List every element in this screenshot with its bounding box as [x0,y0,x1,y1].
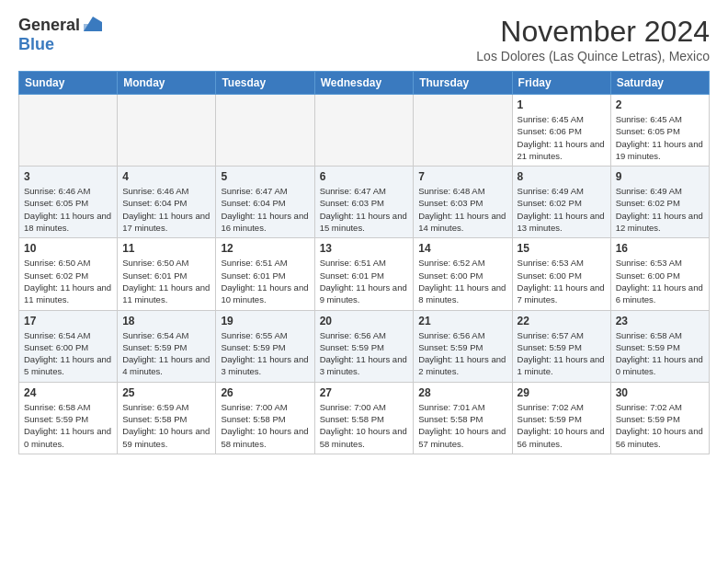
day-info: Sunrise: 6:52 AM Sunset: 6:00 PM Dayligh… [418,257,506,305]
calendar-day-cell: 7Sunrise: 6:48 AM Sunset: 6:03 PM Daylig… [414,167,512,238]
calendar-day-cell: 17Sunrise: 6:54 AM Sunset: 6:00 PM Dayli… [19,310,118,382]
day-info: Sunrise: 7:00 AM Sunset: 5:58 PM Dayligh… [320,401,409,450]
day-number: 21 [418,315,506,327]
day-info: Sunrise: 6:51 AM Sunset: 6:01 PM Dayligh… [320,257,409,305]
calendar-day-cell: 14Sunrise: 6:52 AM Sunset: 6:00 PM Dayli… [414,238,512,310]
calendar-day-cell: 10Sunrise: 6:50 AM Sunset: 6:02 PM Dayli… [19,238,118,310]
day-number: 10 [24,242,112,255]
title-section: November 2024 Los Dolores (Las Quince Le… [476,15,710,63]
day-number: 13 [320,242,409,255]
day-number: 12 [221,242,309,255]
calendar-day-cell: 24Sunrise: 6:58 AM Sunset: 5:59 PM Dayli… [19,382,118,454]
day-number: 16 [616,242,704,255]
calendar-day-header: Sunday [19,72,118,95]
day-number: 11 [122,242,210,255]
calendar-day-cell: 25Sunrise: 6:59 AM Sunset: 5:58 PM Dayli… [118,382,216,454]
day-info: Sunrise: 6:47 AM Sunset: 6:03 PM Dayligh… [320,185,409,234]
day-number: 9 [616,170,704,183]
calendar-day-cell [118,95,216,167]
calendar-week-row: 17Sunrise: 6:54 AM Sunset: 6:00 PM Dayli… [19,310,710,382]
calendar-day-cell: 12Sunrise: 6:51 AM Sunset: 6:01 PM Dayli… [216,238,314,310]
day-info: Sunrise: 6:57 AM Sunset: 5:59 PM Dayligh… [518,329,606,378]
day-info: Sunrise: 7:02 AM Sunset: 5:59 PM Dayligh… [518,401,606,450]
logo-blue-text: Blue [18,35,54,54]
calendar-day-cell: 18Sunrise: 6:54 AM Sunset: 5:59 PM Dayli… [118,310,216,382]
day-number: 3 [24,170,112,183]
day-number: 24 [24,386,112,399]
day-number: 28 [418,386,506,399]
day-number: 18 [122,315,210,327]
calendar-week-row: 3Sunrise: 6:46 AM Sunset: 6:05 PM Daylig… [19,167,710,238]
day-info: Sunrise: 6:47 AM Sunset: 6:04 PM Dayligh… [221,185,309,234]
calendar-day-cell: 16Sunrise: 6:53 AM Sunset: 6:00 PM Dayli… [610,238,709,310]
calendar-day-cell: 26Sunrise: 7:00 AM Sunset: 5:58 PM Dayli… [216,382,314,454]
day-info: Sunrise: 6:46 AM Sunset: 6:04 PM Dayligh… [122,185,210,234]
day-info: Sunrise: 6:54 AM Sunset: 5:59 PM Dayligh… [122,329,210,378]
day-number: 6 [320,170,409,183]
calendar-day-cell: 22Sunrise: 6:57 AM Sunset: 5:59 PM Dayli… [512,310,610,382]
month-title: November 2024 [476,15,710,49]
day-number: 25 [122,386,210,399]
calendar-day-cell: 1Sunrise: 6:45 AM Sunset: 6:06 PM Daylig… [512,95,610,167]
day-number: 8 [518,170,606,183]
day-info: Sunrise: 6:55 AM Sunset: 5:59 PM Dayligh… [221,329,309,378]
day-info: Sunrise: 6:58 AM Sunset: 5:59 PM Dayligh… [24,401,112,450]
day-info: Sunrise: 7:00 AM Sunset: 5:58 PM Dayligh… [221,401,309,450]
day-info: Sunrise: 6:50 AM Sunset: 6:01 PM Dayligh… [122,257,210,305]
day-info: Sunrise: 6:59 AM Sunset: 5:58 PM Dayligh… [122,401,210,450]
calendar-day-cell: 28Sunrise: 7:01 AM Sunset: 5:58 PM Dayli… [414,382,512,454]
day-info: Sunrise: 6:53 AM Sunset: 6:00 PM Dayligh… [616,257,704,305]
day-number: 30 [616,386,704,399]
day-info: Sunrise: 6:56 AM Sunset: 5:59 PM Dayligh… [418,329,506,378]
calendar-day-cell: 29Sunrise: 7:02 AM Sunset: 5:59 PM Dayli… [512,382,610,454]
location-subtitle: Los Dolores (Las Quince Letras), Mexico [476,49,710,63]
calendar-day-header: Monday [118,72,216,95]
logo: General Blue [18,15,102,54]
day-number: 14 [418,242,506,255]
day-number: 23 [616,315,704,327]
day-number: 5 [221,170,309,183]
calendar-day-header: Saturday [610,72,709,95]
calendar-day-header: Wednesday [314,72,414,95]
calendar-day-cell [216,95,314,167]
calendar-day-cell [314,95,414,167]
day-number: 4 [122,170,210,183]
calendar-day-cell: 6Sunrise: 6:47 AM Sunset: 6:03 PM Daylig… [314,167,414,238]
day-info: Sunrise: 6:49 AM Sunset: 6:02 PM Dayligh… [616,185,704,234]
calendar-day-cell: 23Sunrise: 6:58 AM Sunset: 5:59 PM Dayli… [610,310,709,382]
calendar-day-cell: 4Sunrise: 6:46 AM Sunset: 6:04 PM Daylig… [118,167,216,238]
calendar-week-row: 24Sunrise: 6:58 AM Sunset: 5:59 PM Dayli… [19,382,710,454]
calendar-week-row: 1Sunrise: 6:45 AM Sunset: 6:06 PM Daylig… [19,95,710,167]
day-number: 19 [221,315,309,327]
calendar-day-cell: 2Sunrise: 6:45 AM Sunset: 6:05 PM Daylig… [610,95,709,167]
calendar-day-cell: 27Sunrise: 7:00 AM Sunset: 5:58 PM Dayli… [314,382,414,454]
day-info: Sunrise: 7:01 AM Sunset: 5:58 PM Dayligh… [418,401,506,450]
day-number: 27 [320,386,409,399]
day-number: 7 [418,170,506,183]
calendar-day-header: Friday [512,72,610,95]
page-header: General Blue November 2024 Los Dolores (… [18,15,710,63]
calendar-header-row: SundayMondayTuesdayWednesdayThursdayFrid… [19,72,710,95]
day-number: 1 [518,98,606,111]
day-number: 29 [518,386,606,399]
calendar-table: SundayMondayTuesdayWednesdayThursdayFrid… [18,71,710,454]
day-number: 20 [320,315,409,327]
day-number: 2 [616,98,704,111]
calendar-day-cell: 3Sunrise: 6:46 AM Sunset: 6:05 PM Daylig… [19,167,118,238]
day-info: Sunrise: 6:48 AM Sunset: 6:03 PM Dayligh… [418,185,506,234]
day-info: Sunrise: 6:56 AM Sunset: 5:59 PM Dayligh… [320,329,409,378]
calendar-day-cell: 15Sunrise: 6:53 AM Sunset: 6:00 PM Dayli… [512,238,610,310]
calendar-day-cell: 19Sunrise: 6:55 AM Sunset: 5:59 PM Dayli… [216,310,314,382]
day-info: Sunrise: 6:54 AM Sunset: 6:00 PM Dayligh… [24,329,112,378]
day-info: Sunrise: 6:53 AM Sunset: 6:00 PM Dayligh… [518,257,606,305]
day-info: Sunrise: 6:58 AM Sunset: 5:59 PM Dayligh… [616,329,704,378]
svg-marker-1 [84,24,95,31]
calendar-day-cell: 30Sunrise: 7:02 AM Sunset: 5:59 PM Dayli… [610,382,709,454]
calendar-week-row: 10Sunrise: 6:50 AM Sunset: 6:02 PM Dayli… [19,238,710,310]
day-number: 15 [518,242,606,255]
calendar-day-cell: 8Sunrise: 6:49 AM Sunset: 6:02 PM Daylig… [512,167,610,238]
day-number: 22 [518,315,606,327]
day-number: 26 [221,386,309,399]
day-info: Sunrise: 6:46 AM Sunset: 6:05 PM Dayligh… [24,185,112,234]
logo-icon [82,15,102,35]
